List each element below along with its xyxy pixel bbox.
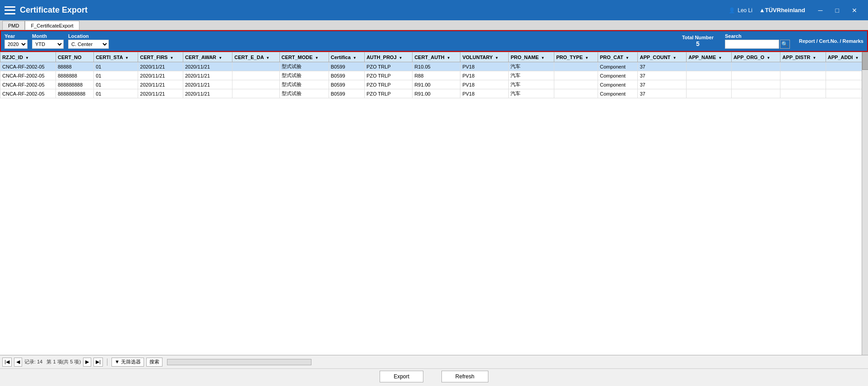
table-cell: 2020/11/21 [183,71,232,80]
nav-next-button[interactable]: ▶ [83,358,91,367]
table-cell: Component [598,62,638,71]
table-cell: 2020/11/21 [138,80,183,89]
export-button[interactable]: Export [380,371,423,382]
table-cell [731,80,780,89]
table-cell [780,80,826,89]
table-cell [687,62,732,71]
nav-prev-button[interactable]: ◀ [14,358,22,367]
data-table-container[interactable]: RZJC_ID ▼ CERT_NO CERTI_STA ▼ CERT_FIRS … [0,52,868,355]
table-cell [232,89,279,98]
tab-pmd[interactable]: PMD [2,21,25,30]
table-cell [780,62,826,71]
table-cell [780,71,826,80]
col-app-distr[interactable]: APP_DISTR ▼ [780,52,826,62]
table-cell: 8888888 [56,71,93,80]
table-cell: 型式试验 [279,71,329,80]
col-certifica[interactable]: Certifica ▼ [329,52,364,62]
table-row[interactable]: CNCA-RF-2002-058888888888012020/11/21202… [0,89,868,98]
table-cell [554,71,598,80]
table-cell: R10.05 [413,62,460,71]
table-cell: 37 [638,71,687,80]
search-button[interactable]: 🔍 [780,40,790,49]
col-auth-proj[interactable]: AUTH_PROJ ▼ [364,52,412,62]
table-cell: 2020/11/21 [138,89,183,98]
col-pro-name[interactable]: PRO_NAME ▼ [509,52,554,62]
table-cell: 汽车 [509,71,554,80]
scrollbar-thumb[interactable] [862,52,868,70]
col-app-org-o[interactable]: APP_ORG_O ▼ [731,52,780,62]
col-certi-sta[interactable]: CERTI_STA ▼ [94,52,138,62]
search-status-button[interactable]: 搜索 [146,358,162,367]
col-cert-mode[interactable]: CERT_MODE ▼ [279,52,329,62]
page-title: Certificate Export [20,5,88,15]
tuv-logo: ▲TÜVRheinland [759,7,805,14]
month-filter-group: Month YTD Jan Feb [32,33,64,49]
menu-icon[interactable] [5,6,15,14]
table-row[interactable]: CNCA-RF-2002-05888888888012020/11/212020… [0,80,868,89]
location-select[interactable]: C. Center All [68,40,109,49]
title-bar: Certificate Export 👤 Leo Li ▲TÜVRheinlan… [0,0,868,20]
table-row[interactable]: CNCA-RF-2002-0588888012020/11/212020/11/… [0,62,868,71]
table-cell [554,89,598,98]
table-cell: 2020/11/21 [183,89,232,98]
table-cell: R88 [413,71,460,80]
table-header-row: RZJC_ID ▼ CERT_NO CERTI_STA ▼ CERT_FIRS … [0,52,868,62]
col-cert-firs[interactable]: CERT_FIRS ▼ [138,52,183,62]
table-cell: PZO TRLP [364,89,412,98]
col-cert-auth[interactable]: CERT_AUTH ▼ [413,52,460,62]
location-filter-group: Location C. Center All [68,33,109,49]
col-cert-awar[interactable]: CERT_AWAR ▼ [183,52,232,62]
year-filter-group: Year 2020 2019 2021 [5,33,28,49]
total-number-section: Total Number 5 [682,35,714,47]
table-cell [731,71,780,80]
table-cell: 2020/11/21 [183,62,232,71]
right-scrollbar[interactable] [862,52,868,355]
table-cell [780,89,826,98]
col-cert-e-da[interactable]: CERT_E_DA ▼ [232,52,279,62]
table-cell: 37 [638,89,687,98]
nav-last-button[interactable]: ▶| [93,358,103,367]
table-cell: 01 [94,71,138,80]
table-cell [232,71,279,80]
user-icon: 👤 [729,7,735,14]
table-cell: PZO TRLP [364,62,412,71]
table-cell: Component [598,89,638,98]
col-cert-no[interactable]: CERT_NO [56,52,93,62]
table-cell: B0599 [329,62,364,71]
table-cell: CNCA-RF-2002-05 [0,80,56,89]
tab-cert[interactable]: F_CertificateExport [25,21,79,30]
col-app-count[interactable]: APP_COUNT ▼ [638,52,687,62]
horizontal-scrollbar[interactable] [167,359,311,365]
nav-first-button[interactable]: |◀ [2,358,12,367]
search-input[interactable] [725,40,779,49]
tab-pmd-label: PMD [8,23,19,28]
main-content: RZJC_ID ▼ CERT_NO CERTI_STA ▼ CERT_FIRS … [0,52,868,355]
col-pro-cat[interactable]: PRO_CAT ▼ [598,52,638,62]
table-cell [731,89,780,98]
table-cell: PV18 [460,89,509,98]
year-select[interactable]: 2020 2019 2021 [5,40,28,49]
report-label: Report / Cert.No. / Remarks [799,38,863,44]
table-cell: PV18 [460,71,509,80]
month-select[interactable]: YTD Jan Feb [32,40,64,49]
table-row[interactable]: CNCA-RF-2002-058888888012020/11/212020/1… [0,71,868,80]
table-cell [687,89,732,98]
table-cell: B0599 [329,80,364,89]
filter-button[interactable]: ▼ 无筛选器 [111,358,144,367]
minimize-button[interactable]: ─ [812,4,829,17]
table-cell: R91.00 [413,80,460,89]
refresh-button[interactable]: Refresh [441,371,488,382]
table-cell: 汽车 [509,80,554,89]
table-cell: PV18 [460,62,509,71]
col-voluntary[interactable]: VOLUNTARY ▼ [460,52,509,62]
col-pro-type[interactable]: PRO_TYPE ▼ [554,52,598,62]
close-button[interactable]: ✕ [845,4,863,17]
table-cell: R91.00 [413,89,460,98]
col-rzjc-id[interactable]: RZJC_ID ▼ [0,52,56,62]
col-app-name[interactable]: APP_NAME ▼ [687,52,732,62]
table-cell [232,80,279,89]
table-cell [554,80,598,89]
table-cell: 2020/11/21 [138,71,183,80]
maximize-button[interactable]: □ [829,4,845,17]
table-cell: CNCA-RF-2002-05 [0,89,56,98]
